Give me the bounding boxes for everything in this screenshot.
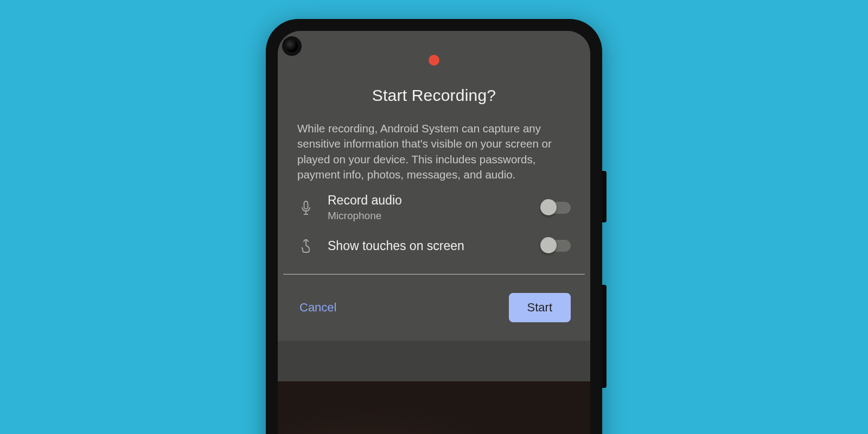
front-camera [285,40,298,53]
home-wallpaper [278,381,590,434]
start-recording-dialog: Start Recording? While recording, Androi… [278,31,590,341]
phone-side-button-bottom [602,285,607,388]
microphone-icon [297,200,315,215]
cancel-button[interactable]: Cancel [297,295,339,320]
dialog-actions: Cancel Start [278,275,590,341]
phone-side-button-top [602,171,607,222]
option-subtitle: Microphone [328,210,528,222]
dialog-title: Start Recording? [278,86,590,105]
show-touches-toggle[interactable] [541,240,571,252]
option-title: Show touches on screen [328,239,528,253]
recording-indicator-icon [429,55,439,66]
start-button[interactable]: Start [509,293,571,322]
record-audio-toggle[interactable] [541,202,571,214]
option-record-audio[interactable]: Record audio Microphone [278,182,590,227]
option-title: Record audio [328,193,528,208]
phone-screen: Start Recording? While recording, Androi… [278,31,590,434]
phone-frame: Start Recording? While recording, Androi… [266,19,602,434]
dialog-description: While recording, Android System can capt… [297,121,571,182]
option-show-touches[interactable]: Show touches on screen [278,227,590,259]
touch-icon [297,238,315,253]
svg-rect-5 [304,201,308,209]
